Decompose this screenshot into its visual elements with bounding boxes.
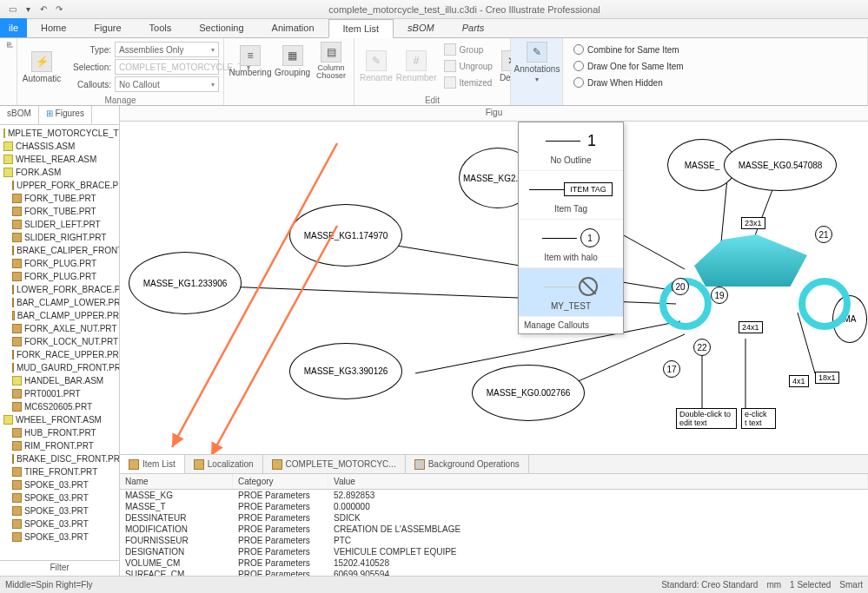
tab-tools[interactable]: Tools <box>136 18 186 37</box>
draw-one-option[interactable]: Draw One for Same Item <box>568 58 862 74</box>
tree-item[interactable]: FORK_PLUG.PRT <box>0 257 119 270</box>
numbering-button[interactable]: ≡Numbering <box>229 45 271 77</box>
tree-item[interactable]: MPLETE_MOTORCYCLE_TEST <box>0 127 119 140</box>
table-row[interactable]: FOURNISSEURPROE ParametersPTC <box>120 535 868 546</box>
rect-23x1[interactable]: 23x1 <box>741 217 765 229</box>
tree-item[interactable]: FORK_RACE_UPPER.PRT <box>0 348 119 361</box>
tree-item[interactable]: FORK_PLUG.PRT <box>0 270 119 283</box>
file-tab[interactable]: ile <box>0 18 27 37</box>
table-row[interactable]: DESIGNATIONPROE ParametersVEHICULE COMPL… <box>120 546 868 557</box>
annot-option-mytest[interactable]: MY_TEST <box>519 268 623 317</box>
balloon-19[interactable]: 19 <box>711 287 728 304</box>
tree-item[interactable]: HUB_FRONT.PRT <box>0 426 119 439</box>
balloon-masse-kg-5[interactable]: MASSE_KG0.002766 <box>472 365 585 421</box>
rect-4x1[interactable]: 4x1 <box>789 375 809 387</box>
annotations-button[interactable]: ✎Annotations▾ <box>516 42 558 83</box>
qa-open-icon[interactable]: ▾ <box>21 3 35 16</box>
tree-item[interactable]: MC6S20605.PRT <box>0 400 119 413</box>
tree-item[interactable]: SPOKE_03.PRT <box>0 530 119 544</box>
balloon-17[interactable]: 17 <box>663 360 680 378</box>
tree-item[interactable]: FORK.ASM <box>0 166 119 179</box>
figure-canvas[interactable]: MASSE_KG1.233906 MASSE_KG1.174970 MASSE_… <box>120 122 868 454</box>
table-row[interactable]: MODIFICATIONPROE ParametersCREATION DE L… <box>120 524 868 535</box>
tab-home[interactable]: Home <box>27 18 80 37</box>
balloon-masse-kg-4[interactable]: MASSE_KG3.390126 <box>289 343 402 399</box>
annot-option-item-tag[interactable]: ITEM TAG Item Tag <box>519 171 623 220</box>
qa-new-icon[interactable]: ▭ <box>5 3 19 16</box>
balloon-masse-kg-7[interactable]: MASSE_KG0.547088 <box>724 139 837 191</box>
table-row[interactable]: DESSINATEURPROE ParametersSDICK <box>120 512 868 524</box>
tree-item[interactable]: BAR_CLAMP_UPPER.PR <box>0 309 119 322</box>
tree-item[interactable]: BAR_CLAMP_LOWER.PR <box>0 296 119 309</box>
btab-doc[interactable]: COMPLETE_MOTORCYC... <box>263 455 406 473</box>
tree-item[interactable]: MUD_GAURD_FRONT.PR <box>0 361 119 374</box>
tree-item[interactable]: BRAKE_CALIPER_FRONT <box>0 244 119 257</box>
tree-item[interactable]: SPOKE_03.PRT <box>0 517 119 530</box>
rect-doubleclick[interactable]: Double-click to edit text <box>676 408 737 429</box>
tree-item[interactable]: FORK_LOCK_NUT.PRT <box>0 335 119 348</box>
balloon-masse-kg-2[interactable]: MASSE_KG1.174970 <box>289 204 402 267</box>
tree-item[interactable]: FORK_TUBE.PRT <box>0 205 119 218</box>
btab-item-list[interactable]: Item List <box>120 455 185 473</box>
tab-figure[interactable]: Figure <box>80 18 135 37</box>
tree-view[interactable]: MPLETE_MOTORCYCLE_TESTCHASSIS.ASMWHEEL_R… <box>0 125 119 560</box>
qa-undo-icon[interactable]: ↶ <box>36 3 50 16</box>
balloon-masse-kg-1[interactable]: MASSE_KG1.233906 <box>129 252 242 314</box>
tree-item[interactable]: WHEEL_REAR.ASM <box>0 153 119 166</box>
tab-animation[interactable]: Animation <box>258 18 328 37</box>
type-combo[interactable]: Assemblies Only <box>115 42 219 57</box>
tree-item[interactable]: LOWER_FORK_BRACE.PR <box>0 283 119 296</box>
table-row[interactable]: MASSE_KGPROE Parameters52.892853 <box>120 490 868 501</box>
status-units[interactable]: mm <box>766 580 781 590</box>
automatic-button[interactable]: ⚡ Automatic <box>23 51 61 83</box>
status-standard[interactable]: Standard: Creo Standard <box>661 580 758 590</box>
col-name[interactable]: Name <box>120 474 233 489</box>
rect-18x1[interactable]: 18x1 <box>815 372 839 384</box>
table-row[interactable]: MASSE_TPROE Parameters0.000000 <box>120 501 868 512</box>
tree-item[interactable]: SPOKE_03.PRT <box>0 478 119 491</box>
table-row[interactable]: SURFACE_CMPROE Parameters60699.905594 <box>120 569 868 576</box>
draw-hidden-option[interactable]: Draw When Hidden <box>568 75 862 90</box>
btab-bg-ops[interactable]: Background Operations <box>406 455 529 473</box>
balloon-22[interactable]: 22 <box>693 339 711 356</box>
tree-item[interactable]: WHEEL_FRONT.ASM <box>0 413 119 426</box>
grouping-button[interactable]: ▦Grouping <box>275 45 310 77</box>
tree-item[interactable]: TIRE_FRONT.PRT <box>0 465 119 478</box>
tree-item[interactable]: SLIDER_RIGHT.PRT <box>0 231 119 244</box>
left-tab-sbom[interactable]: sBOM <box>0 106 39 124</box>
annot-option-plain[interactable]: 1 No Outline <box>519 122 623 171</box>
col-category[interactable]: Category <box>233 474 328 489</box>
tree-item[interactable]: SLIDER_LEFT.PRT <box>0 218 119 231</box>
table-row[interactable]: VOLUME_CMPROE Parameters15202.410528 <box>120 557 868 569</box>
property-grid[interactable]: Name Category Value MASSE_KGPROE Paramet… <box>120 474 868 576</box>
left-tab-figures[interactable]: ⊞ Figures <box>39 106 92 124</box>
column-chooser-button[interactable]: ▤Column Chooser <box>314 42 348 80</box>
rect-doubleclick2[interactable]: e-click t text <box>741 408 776 429</box>
tree-item[interactable]: FORK_AXLE_NUT.PRT <box>0 322 119 335</box>
balloon-20[interactable]: 20 <box>672 278 689 295</box>
status-smart[interactable]: Smart <box>839 580 863 590</box>
tree-item[interactable]: SPOKE_03.PRT <box>0 491 119 504</box>
tree-item[interactable]: HANDEL_BAR.ASM <box>0 374 119 387</box>
btab-localization[interactable]: Localization <box>185 455 263 473</box>
status-selected[interactable]: 1 Selected <box>790 580 831 590</box>
tree-item[interactable]: UPPER_FORK_BRACE.PR <box>0 179 119 192</box>
callouts-combo[interactable]: No Callout <box>115 76 219 92</box>
qa-redo-icon[interactable]: ↷ <box>52 3 66 16</box>
tree-item[interactable]: PRT0001.PRT <box>0 387 119 400</box>
tab-sectioning[interactable]: Sectioning <box>185 18 257 37</box>
tree-item[interactable]: SPOKE_03.PRT <box>0 504 119 517</box>
tab-item-list[interactable]: Item List <box>328 19 394 38</box>
tree-item[interactable]: FORK_TUBE.PRT <box>0 192 119 205</box>
balloon-21[interactable]: 21 <box>815 226 832 243</box>
col-value[interactable]: Value <box>328 474 868 489</box>
selection-combo[interactable]: COMPLETE_MOTORCYCLE_T <box>115 59 219 75</box>
tab-sbom[interactable]: sBOM <box>394 18 448 37</box>
combine-same-option[interactable]: Combine for Same Item <box>568 42 862 57</box>
manage-callouts-link[interactable]: Manage Callouts <box>519 317 623 333</box>
tree-item[interactable]: BRAKE_DISC_FRONT.PR <box>0 452 119 465</box>
tab-parts[interactable]: Parts <box>448 18 499 37</box>
rect-24x1[interactable]: 24x1 <box>739 321 763 333</box>
annot-option-halo[interactable]: 1 Item with halo <box>519 220 623 268</box>
tree-item[interactable]: CHASSIS.ASM <box>0 140 119 153</box>
